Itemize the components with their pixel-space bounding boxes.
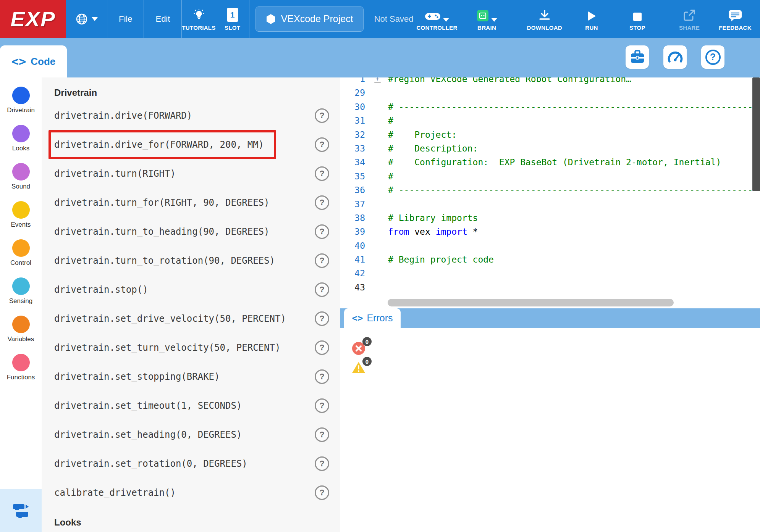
code-line: 40 (340, 239, 760, 253)
code-text: # Description: (385, 142, 478, 155)
help-button[interactable]: ? (315, 253, 329, 268)
brain-button[interactable]: BRAIN (471, 0, 503, 38)
sidebar-item-events[interactable]: Events (0, 200, 42, 239)
command-row[interactable]: calibrate_drivetrain()? (42, 478, 340, 507)
sidebar-item-sound[interactable]: Sound (0, 162, 42, 200)
warning-count-indicator: 0 (352, 361, 365, 375)
chevron-down-icon (443, 18, 449, 22)
share-button[interactable]: SHARE (673, 0, 706, 38)
command-row[interactable]: drivetrain.turn_for(RIGHT, 90, DEGREES)? (42, 188, 340, 217)
help-button[interactable]: ? (315, 369, 329, 384)
command-row[interactable]: drivetrain.turn_to_heading(90, DEGREES)? (42, 217, 340, 246)
device-info-button[interactable] (626, 45, 649, 69)
blocks-text-toggle-button[interactable] (0, 489, 42, 532)
tutorials-button[interactable]: TUTORIALS (182, 0, 215, 38)
category-label: Variables (8, 335, 34, 343)
code-brackets-icon: <> (352, 314, 363, 323)
help-button[interactable]: ? (315, 166, 329, 181)
help-button[interactable]: ? (315, 340, 329, 355)
code-text: # Project: (385, 128, 457, 142)
slot-label: SLOT (225, 24, 240, 31)
help-button[interactable]: ? (315, 137, 329, 152)
errors-panel-body: 0 0 (340, 328, 760, 532)
sidebar-item-functions[interactable]: Functions (0, 353, 42, 391)
code-text: # (385, 169, 393, 183)
slot-button[interactable]: 1 SLOT (216, 0, 249, 38)
stop-button[interactable]: STOP (621, 0, 654, 38)
tab-code[interactable]: <> Code (0, 45, 67, 77)
warning-count-badge: 0 (362, 357, 372, 366)
horizontal-scrollbar[interactable] (388, 299, 674, 306)
help-button[interactable]: ? (315, 398, 329, 413)
sidebar-item-drivetrain[interactable]: Drivetrain (0, 86, 42, 124)
category-circle-icon (12, 239, 30, 257)
command-row[interactable]: drivetrain.stop()? (42, 275, 340, 304)
code-text (385, 266, 388, 280)
category-sidebar: DrivetrainLooksSoundEventsControlSensing… (0, 77, 42, 532)
command-row[interactable]: drivetrain.set_stopping(BRAKE)? (42, 362, 340, 391)
sidebar-item-control[interactable]: Control (0, 239, 42, 277)
command-row[interactable]: drivetrain.set_timeout(1, SECONDS)? (42, 391, 340, 420)
fold-column (370, 239, 385, 253)
fold-column (370, 183, 385, 197)
command-text: drivetrain.set_rotation(0, DEGREES) (54, 458, 247, 469)
code-line: 39from vex import * (340, 225, 760, 239)
file-menu[interactable]: File (107, 0, 144, 38)
feedback-button[interactable]: FEEDBACK (719, 0, 752, 38)
category-circle-icon (12, 316, 30, 333)
help-button[interactable]: ? (315, 108, 329, 123)
help-button[interactable]: ? (315, 282, 329, 297)
help-button[interactable]: ? (315, 224, 329, 239)
dashboard-button[interactable] (663, 45, 687, 69)
command-row[interactable]: drivetrain.turn_to_rotation(90, DEGREES)… (42, 246, 340, 275)
command-row[interactable]: drivetrain.set_rotation(0, DEGREES)? (42, 449, 340, 478)
help-button[interactable]: ? (315, 195, 329, 210)
vertical-scrollbar[interactable] (752, 77, 760, 191)
project-title-field[interactable]: VEXcode Project (255, 6, 364, 32)
sidebar-item-variables[interactable]: Variables (0, 315, 42, 353)
category-label: Sound (11, 183, 30, 190)
language-menu-button[interactable] (66, 0, 107, 38)
help-button[interactable]: ? (701, 45, 724, 69)
stop-icon (632, 12, 642, 22)
edit-menu[interactable]: Edit (144, 0, 181, 38)
tutorials-label: TUTORIALS (182, 24, 215, 31)
category-list: DrivetrainLooksSoundEventsControlSensing… (0, 77, 42, 391)
code-text: # --------------------------------------… (385, 183, 760, 197)
help-button[interactable]: ? (315, 485, 329, 500)
help-button[interactable]: ? (315, 427, 329, 442)
line-number: 32 (340, 128, 370, 142)
controller-button[interactable]: CONTROLLER (416, 0, 457, 38)
error-count-badge: 0 (362, 337, 372, 346)
line-number: 42 (340, 266, 370, 280)
tab-errors[interactable]: <> Errors (344, 308, 401, 328)
command-row[interactable]: drivetrain.set_heading(0, DEGREES)? (42, 420, 340, 449)
fold-column: + (370, 77, 385, 86)
download-button[interactable]: DOWNLOAD (527, 0, 562, 38)
run-label: RUN (585, 24, 598, 31)
code-text (385, 239, 388, 253)
top-toolbar: EXP File Edit (0, 0, 760, 38)
command-row[interactable]: drivetrain.set_drive_velocity(50, PERCEN… (42, 304, 340, 333)
help-button[interactable]: ? (315, 456, 329, 471)
run-button[interactable]: RUN (575, 0, 608, 38)
code-text (385, 281, 388, 294)
fold-column (370, 225, 385, 239)
play-icon (586, 10, 597, 22)
command-row[interactable]: drivetrain.drive(FORWARD)? (42, 101, 340, 130)
command-row[interactable]: drivetrain.turn(RIGHT)? (42, 159, 340, 188)
command-row[interactable]: drivetrain.drive_for(FORWARD, 200, MM)? (42, 130, 340, 159)
feedback-icon (728, 10, 742, 22)
fold-toggle-icon[interactable]: + (374, 77, 381, 83)
code-line: 35# (340, 169, 760, 183)
sidebar-item-looks[interactable]: Looks (0, 124, 42, 162)
sidebar-item-sensing[interactable]: Sensing (0, 277, 42, 315)
command-row[interactable]: drivetrain.set_turn_velocity(50, PERCENT… (42, 333, 340, 362)
stop-label: STOP (629, 24, 645, 31)
code-editor[interactable]: 1+#region VEXcode Generated Robot Config… (340, 77, 760, 308)
help-button[interactable]: ? (315, 311, 329, 326)
code-tab-label: Code (31, 56, 55, 68)
slot-number: 1 (230, 10, 235, 19)
share-label: SHARE (679, 24, 700, 31)
chevron-down-icon (92, 17, 98, 21)
